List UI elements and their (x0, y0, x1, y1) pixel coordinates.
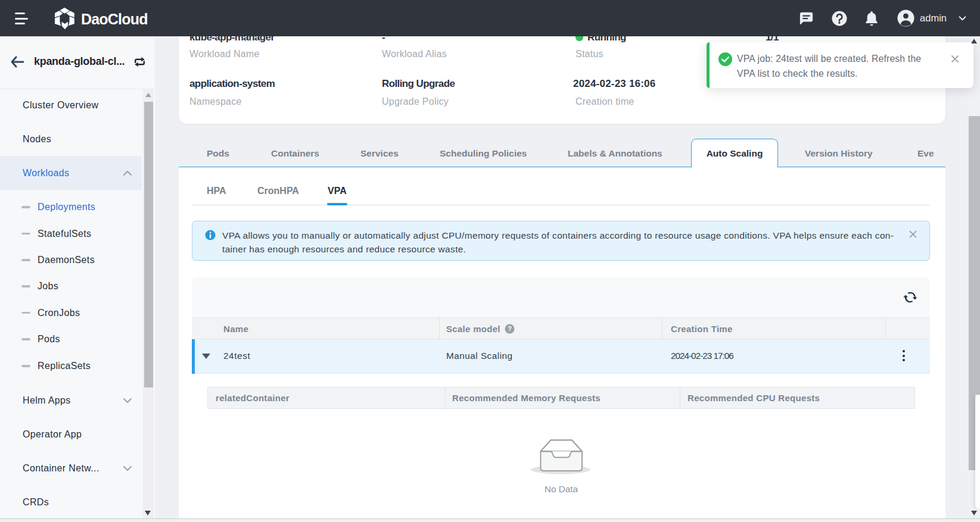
avatar[interactable] (897, 10, 914, 27)
chevron-up-icon (123, 170, 132, 176)
alert-close-icon[interactable] (909, 230, 917, 239)
status-label: Status (575, 49, 603, 60)
sidebar-item-container-network[interactable]: Container Netw... (0, 451, 142, 485)
tab-services[interactable]: Services (360, 148, 399, 159)
vpa-info-alert: VPA allows you to manually or automatica… (192, 221, 930, 261)
sidebar-scrollbar[interactable] (143, 89, 154, 522)
upgrade-policy-label: Upgrade Policy (382, 96, 449, 107)
subtab-vpa[interactable]: VPA (328, 186, 347, 196)
col-name: Name (223, 324, 248, 334)
tab-containers[interactable]: Containers (271, 148, 319, 159)
scale-model-help-icon[interactable]: ? (505, 324, 515, 334)
sidebar-item-helm-apps[interactable]: Helm Apps (0, 383, 142, 417)
sidebar-scroll-up-icon[interactable] (145, 93, 151, 97)
sidebar-scroll-down-icon[interactable] (145, 511, 151, 515)
daocloud-logo-icon (54, 5, 75, 31)
bottom-scrollbar-strip (0, 518, 980, 522)
topbar-right: admin (799, 0, 980, 36)
sidebar-item-daemonsets[interactable]: DaemonSets (0, 247, 142, 273)
no-data-label: No Data (207, 484, 915, 495)
table-toolbar (192, 277, 930, 317)
switch-cluster-icon[interactable] (133, 56, 146, 68)
sidebar-item-operator-app[interactable]: Operator App (0, 417, 142, 451)
refresh-icon[interactable] (903, 290, 918, 305)
workload-name-label: Workload Name (189, 49, 260, 60)
row-name: 24test (223, 351, 250, 361)
row-expand-caret-icon[interactable] (202, 354, 210, 359)
subtab-divider (192, 205, 930, 205)
brand-name: DaoCloud (81, 6, 148, 32)
notifications-icon[interactable] (865, 11, 878, 26)
help-icon[interactable] (832, 11, 847, 26)
vpa-row-24test[interactable]: 24test Manual Scaling 2024-02-23 17:06 (192, 339, 930, 374)
brand-logo[interactable]: DaoCloud (54, 6, 148, 32)
toast-close-icon[interactable] (951, 55, 959, 63)
chevron-down-icon (123, 398, 132, 404)
detail-table-header: relatedContainer Recommended Memory Requ… (207, 387, 915, 409)
floating-panel-edge (975, 395, 980, 510)
tab-pods[interactable]: Pods (207, 148, 229, 159)
sidebar-item-deployments[interactable]: Deployments (0, 194, 142, 220)
tab-events[interactable]: Eve (917, 148, 934, 159)
user-menu-chevron-icon[interactable] (959, 16, 966, 21)
subtab-active-underline (327, 203, 347, 205)
back-icon[interactable] (10, 56, 24, 68)
alert-text: VPA allows you to manually or automatica… (222, 229, 894, 256)
hamburger-menu-icon[interactable] (15, 12, 29, 25)
row-accent (192, 339, 195, 374)
svg-text:?: ? (508, 325, 512, 332)
row-scale-model: Manual Scaling (446, 351, 513, 361)
sidebar-scrollbar-thumb[interactable] (144, 102, 153, 387)
toast-text: VPA job: 24test will be created. Refresh… (737, 51, 921, 81)
workload-alias-label: Workload Alias (382, 49, 447, 60)
success-check-icon (718, 52, 732, 66)
row-actions-kebab-icon[interactable] (902, 349, 906, 364)
sidebar-item-nodes[interactable]: Nodes (0, 122, 142, 156)
col-recommended-memory: Recommended Memory Requests (452, 393, 601, 403)
chevron-down-icon (123, 465, 132, 471)
app: kube-app-manager Workload Name - Workloa… (0, 0, 980, 522)
cluster-title: kpanda-global-cl... (34, 55, 125, 68)
sidebar-item-workloads[interactable]: Workloads (0, 156, 142, 190)
namespace-value: application-system (189, 78, 275, 90)
sidebar: kpanda-global-cl... Cluster Overview Nod… (0, 36, 155, 522)
sidebar-item-jobs[interactable]: Jobs (0, 273, 142, 299)
namespace-label: Namespace (189, 96, 242, 107)
creation-time-value: 2024-02-23 16:06 (573, 78, 655, 90)
subtab-cronhpa[interactable]: CronHPA (257, 186, 299, 196)
row-creation-time: 2024-02-23 17:06 (671, 351, 733, 361)
sidebar-item-crds[interactable]: CRDs (0, 485, 142, 519)
page-scrollbar[interactable] (969, 36, 980, 518)
tab-auto-scaling-label: Auto Scaling (692, 148, 777, 159)
tab-scheduling-policies[interactable]: Scheduling Policies (440, 148, 527, 159)
sidebar-item-statefulsets[interactable]: StatefulSets (0, 221, 142, 247)
tab-version-history[interactable]: Version History (805, 148, 873, 159)
username: admin (920, 12, 947, 24)
sidebar-item-cluster-overview[interactable]: Cluster Overview (0, 88, 142, 122)
sidebar-header: kpanda-global-cl... (0, 36, 155, 89)
col-recommended-cpu: Recommended CPU Requests (687, 393, 820, 403)
topbar: DaoCloud admin (0, 0, 980, 36)
sidebar-item-replicasets[interactable]: ReplicaSets (0, 353, 142, 379)
messages-icon[interactable] (799, 11, 814, 26)
subtab-hpa[interactable]: HPA (207, 186, 226, 196)
sidebar-item-pods[interactable]: Pods (0, 326, 142, 352)
sidebar-item-cronjobs[interactable]: CronJobs (0, 300, 142, 326)
page-scroll-down-icon[interactable] (971, 511, 977, 515)
upgrade-policy-value: Rolling Upgrade (382, 78, 455, 90)
no-data-icon (530, 435, 592, 474)
tab-auto-scaling[interactable]: Auto Scaling (691, 139, 778, 167)
col-related-container: relatedContainer (216, 393, 290, 403)
tabs-bottom-line (179, 167, 945, 167)
creation-time-label: Creation time (575, 96, 634, 107)
toast-notification: VPA job: 24test will be created. Refresh… (707, 42, 973, 88)
page-scroll-up-icon[interactable] (971, 39, 977, 43)
toast-accent-bar (707, 42, 710, 88)
page-scrollbar-thumb[interactable] (969, 116, 980, 395)
col-scale-model: Scale model (446, 324, 500, 334)
col-creation-time: Creation Time (671, 324, 733, 334)
vpa-table-header: Name Scale model ? Creation Time (192, 317, 930, 339)
info-icon (205, 230, 216, 240)
empty-state: No Data (207, 409, 915, 504)
tab-labels-annotations[interactable]: Labels & Annotations (568, 148, 662, 159)
